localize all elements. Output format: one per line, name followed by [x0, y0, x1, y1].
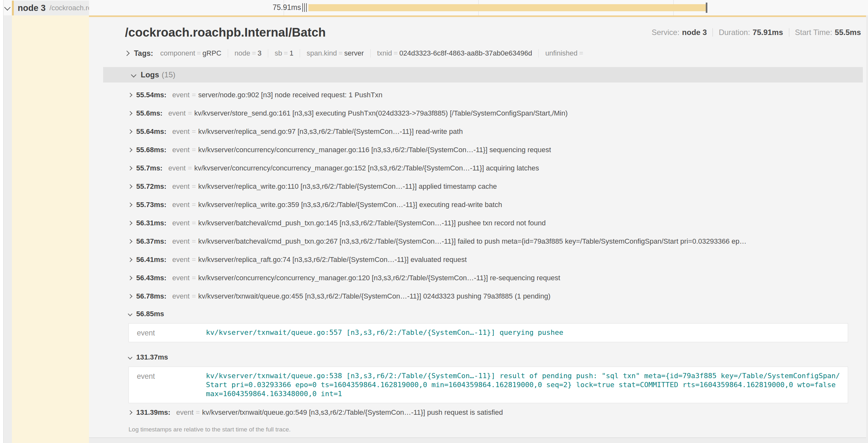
- chevron-down-icon: [128, 355, 132, 360]
- tag-value: 3: [258, 49, 261, 58]
- tag-equals: =: [579, 49, 583, 58]
- log-row[interactable]: 55.73ms: event = kv/kvserver/replica_wri…: [103, 196, 863, 214]
- logs-footer-note: Log timestamps are relative to the start…: [103, 421, 863, 438]
- log-row[interactable]: 131.39ms: event = kv/kvserver/txnwait/qu…: [103, 403, 863, 421]
- log-timestamp: 55.73ms:: [136, 201, 166, 209]
- log-equals: =: [192, 274, 196, 282]
- log-equals: =: [196, 408, 200, 417]
- chevron-right-icon: [124, 51, 130, 56]
- tag-key: component: [160, 49, 195, 58]
- log-timestamp: 55.72ms:: [136, 182, 166, 191]
- chevron-right-icon: [128, 184, 132, 189]
- log-row[interactable]: 55.7ms: event = kv/kvserver/concurrency/…: [103, 159, 863, 177]
- chevron-right-icon: [128, 220, 132, 225]
- log-row[interactable]: 56.31ms: event = kv/kvserver/batcheval/c…: [103, 214, 863, 232]
- span-detail-panel: /cockroach.roachpb.Internal/Batch Servic…: [89, 15, 866, 438]
- chevron-right-icon: [128, 202, 132, 207]
- tag-equals: =: [394, 49, 398, 58]
- log-timestamp: 131.37ms: [136, 353, 168, 362]
- log-field-value: kv/kvserver/txnwait/queue.go:455 [n3,s3,…: [198, 292, 551, 301]
- log-field-value: kv/kvserver/replica_raft.go:74 [n3,s3,r6…: [198, 255, 467, 264]
- left-rail: [0, 0, 3, 443]
- tag-value: gRPC: [203, 49, 221, 58]
- chevron-right-icon: [128, 111, 132, 115]
- tag-key: unfinished: [545, 49, 577, 58]
- log-row[interactable]: 55.68ms: event = kv/kvserver/concurrency…: [103, 141, 863, 159]
- span-name-cell[interactable]: node 3 /cockroach.roach…: [12, 1, 89, 15]
- log-field-value: kv/kvserver/txnwait/queue.go:549 [n3,s3,…: [202, 408, 503, 417]
- logs-accordion-header[interactable]: Logs (15): [103, 67, 863, 82]
- log-timestamp: 55.64ms:: [136, 128, 166, 136]
- tag-value: 024d3323-6c8f-4863-aa8b-37ab0e63496d: [399, 49, 532, 58]
- log-row[interactable]: 56.78ms: event = kv/kvserver/txnwait/que…: [103, 287, 863, 305]
- log-detail-card: event kv/kvserver/txnwait/queue.go:557 […: [128, 323, 848, 342]
- log-field-key: event: [137, 328, 206, 337]
- log-field-key: event: [172, 219, 189, 227]
- span-service-name: node 3: [18, 3, 45, 13]
- log-equals: =: [192, 237, 196, 246]
- log-field-value: kv/kvserver/replica_send.go:97 [n3,s3,r6…: [198, 128, 463, 136]
- tag-key: span.kind: [307, 49, 337, 58]
- collapse-children-chevron-icon[interactable]: [4, 4, 10, 10]
- log-row[interactable]: 55.6ms: event = kv/kvserver/store_send.g…: [103, 104, 863, 122]
- tag-item: sb=1: [268, 49, 293, 58]
- log-equals: =: [192, 128, 196, 136]
- tag-list: component=gRPC node=3 sb=1 span.kind=ser…: [160, 49, 585, 58]
- log-timestamp: 56.43ms:: [136, 274, 166, 282]
- service-label: Service:: [651, 28, 679, 37]
- span-bar[interactable]: [308, 4, 707, 11]
- tag-item: node=3: [228, 49, 261, 58]
- log-timestamp: 55.54ms:: [136, 91, 166, 99]
- tag-equals: =: [252, 49, 256, 58]
- log-equals: =: [192, 255, 196, 264]
- tag-key: sb: [275, 49, 282, 58]
- tags-accordion[interactable]: Tags: component=gRPC node=3 sb=1 span.ki…: [89, 46, 866, 60]
- log-field-key: event: [172, 128, 189, 136]
- log-row-expanded-header[interactable]: 56.85ms: [103, 307, 863, 321]
- overview-divider: [789, 28, 789, 37]
- log-field-value: kv/kvserver/store_send.go:161 [n3,s3] ex…: [194, 109, 568, 117]
- log-field-key: event: [172, 292, 189, 301]
- log-equals: =: [192, 182, 196, 191]
- log-list: 55.54ms: event = server/node.go:902 [n3]…: [103, 82, 863, 421]
- tag-equals: =: [339, 49, 343, 58]
- log-row[interactable]: 56.37ms: event = kv/kvserver/batcheval/c…: [103, 232, 863, 250]
- tag-item: span.kind=server: [300, 49, 364, 58]
- log-field-value: kv/kvserver/batcheval/cmd_push_txn.go:26…: [198, 237, 747, 246]
- log-equals: =: [192, 201, 196, 209]
- log-timestamp: 56.41ms:: [136, 255, 166, 264]
- log-row[interactable]: 55.72ms: event = kv/kvserver/replica_wri…: [103, 177, 863, 196]
- log-row[interactable]: 55.64ms: event = kv/kvserver/replica_sen…: [103, 122, 863, 141]
- chevron-right-icon: [128, 129, 132, 134]
- span-overview: Service:node 3 Duration:75.91ms Start Ti…: [651, 28, 861, 37]
- log-field-key: event: [172, 182, 189, 191]
- chevron-right-icon: [128, 166, 132, 170]
- log-field-value: kv/kvserver/txnwait/queue.go:538 [n3,s3,…: [206, 371, 842, 398]
- log-timestamp: 56.78ms:: [136, 292, 166, 301]
- log-row-expanded-header[interactable]: 131.37ms: [103, 350, 863, 365]
- log-field-value: kv/kvserver/concurrency/concurrency_mana…: [194, 164, 539, 172]
- log-field-key: event: [172, 274, 189, 282]
- log-field-key: event: [176, 408, 193, 417]
- chevron-right-icon: [128, 294, 132, 298]
- log-detail-card: event kv/kvserver/txnwait/queue.go:538 […: [128, 367, 848, 403]
- log-row[interactable]: 56.43ms: event = kv/kvserver/concurrency…: [103, 269, 863, 287]
- duration-label: Duration:: [719, 28, 750, 37]
- span-title: /cockroach.roachpb.Internal/Batch: [125, 26, 326, 39]
- chevron-right-icon: [128, 147, 132, 152]
- logs-title: Logs: [141, 70, 159, 79]
- log-field-key: event: [172, 146, 189, 154]
- tag-equals: =: [197, 49, 201, 58]
- log-timestamp: 55.7ms:: [136, 164, 162, 172]
- log-row[interactable]: 55.54ms: event = server/node.go:902 [n3]…: [103, 86, 863, 104]
- overview-divider: [713, 28, 713, 37]
- log-marker-ticks: [302, 3, 308, 12]
- log-equals: =: [192, 91, 196, 99]
- log-row-expanded: 56.85ms event kv/kvserver/txnwait/queue.…: [103, 307, 863, 342]
- chevron-right-icon: [128, 239, 132, 243]
- start-time-value: 55.5ms: [835, 28, 861, 37]
- log-row[interactable]: 56.41ms: event = kv/kvserver/replica_raf…: [103, 250, 863, 269]
- log-timestamp: 55.6ms:: [136, 109, 162, 117]
- log-timestamp: 131.39ms:: [136, 408, 170, 417]
- duration-value: 75.91ms: [753, 28, 783, 37]
